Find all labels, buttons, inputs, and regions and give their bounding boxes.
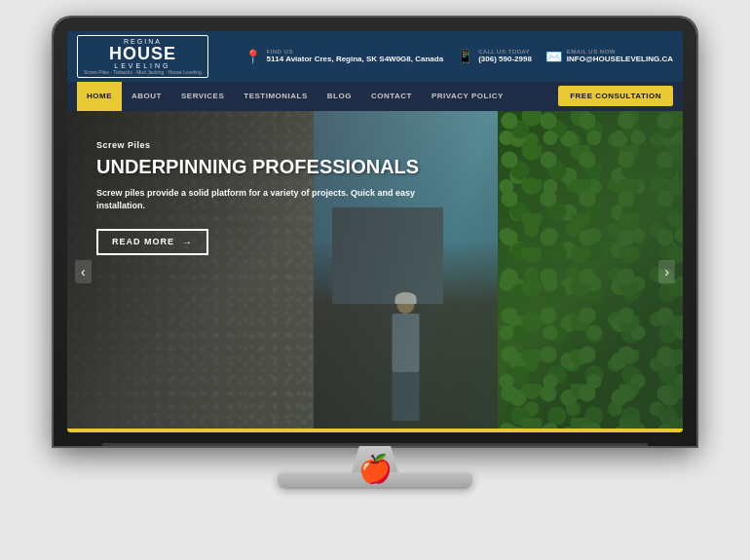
email-value: INFO@HOUSELEVELING.CA — [567, 55, 673, 63]
apple-logo-icon: 🍎 — [358, 453, 393, 485]
nav-item-blog[interactable]: BLOG — [318, 82, 361, 111]
arrow-icon: → — [182, 237, 193, 247]
nav-item-home[interactable]: HOME — [77, 82, 122, 111]
contact-email-text: EMAIL US NOW INFO@HOUSELEVELING.CA — [567, 49, 673, 63]
nav-bar: HOME ABOUT SERVICES TESTIMONIALS BLOG CO… — [67, 82, 683, 111]
hero-subtitle: Screw Piles — [96, 140, 466, 150]
logo-sub: LEVELING — [114, 62, 170, 69]
hero-progress-bar — [67, 429, 683, 432]
free-consultation-button[interactable]: FREE CONSULTATION — [558, 86, 673, 106]
logo-area: REGINA HOUSE LEVELING Screw Piles · Tieb… — [77, 35, 208, 78]
read-more-label: READ MORE — [112, 237, 174, 246]
contact-items: 📍 FIND US 5114 Aviator Cres, Regina, SK … — [220, 49, 673, 64]
hero-progress — [67, 429, 683, 432]
hero-title: UNDERPINNING PROFESSIONALS — [96, 156, 466, 177]
nav-item-testimonials[interactable]: TESTIMONIALS — [234, 82, 318, 111]
read-more-button[interactable]: READ MORE → — [96, 229, 208, 255]
contact-email: ✉️ EMAIL US NOW INFO@HOUSELEVELING.CA — [545, 49, 673, 64]
monitor-wrapper: REGINA HOUSE LEVELING Screw Piles · Tieb… — [54, 18, 696, 543]
monitor-screen: REGINA HOUSE LEVELING Screw Piles · Tieb… — [67, 31, 683, 432]
logo-main: HOUSE — [109, 45, 176, 62]
logo-tagline: Screw Piles · Tiebacks · Mud Jacking · H… — [84, 69, 202, 75]
hero-next-arrow[interactable]: › — [658, 260, 675, 283]
top-bar: REGINA HOUSE LEVELING Screw Piles · Tieb… — [67, 31, 683, 82]
nav-item-services[interactable]: SERVICES — [171, 82, 234, 111]
email-icon: ✉️ — [545, 49, 562, 64]
contact-phone-text: CALL US TODAY (306) 590-2998 — [478, 49, 532, 63]
monitor-body: REGINA HOUSE LEVELING Screw Piles · Tieb… — [54, 18, 696, 446]
nav-item-contact[interactable]: CONTACT — [361, 82, 422, 111]
phone-value: (306) 590-2998 — [478, 55, 532, 63]
contact-address-text: FIND US 5114 Aviator Cres, Regina, SK S4… — [266, 49, 443, 63]
location-icon: 📍 — [244, 49, 261, 64]
contact-address: 📍 FIND US 5114 Aviator Cres, Regina, SK … — [244, 49, 443, 64]
hero-content: Screw Piles UNDERPINNING PROFESSIONALS S… — [96, 140, 466, 255]
hero-description: Screw piles provide a solid platform for… — [96, 187, 466, 213]
monitor-base: 🍎 — [278, 473, 472, 489]
hero-section: Screw Piles UNDERPINNING PROFESSIONALS S… — [67, 111, 683, 432]
nav-item-about[interactable]: ABOUT — [122, 82, 171, 111]
contact-phone: 📱 CALL US TODAY (306) 590-2998 — [457, 49, 532, 64]
address-value: 5114 Aviator Cres, Regina, SK S4W0G8, Ca… — [266, 55, 443, 63]
phone-icon: 📱 — [457, 49, 473, 64]
nav-item-privacy[interactable]: PRIVACY POLICY — [422, 82, 513, 111]
hero-prev-arrow[interactable]: ‹ — [75, 260, 92, 283]
